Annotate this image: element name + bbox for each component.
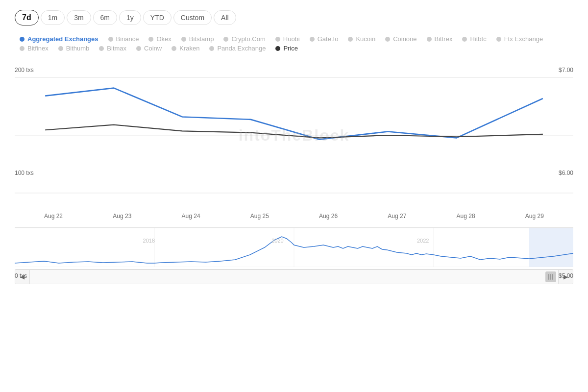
legend-label-okex: Okex [156, 35, 171, 43]
legend-coinone[interactable]: Coinone [385, 35, 416, 43]
x-label-6: Aug 28 [457, 213, 475, 220]
legend-aggregated[interactable]: Aggregated Exchanges [20, 35, 98, 43]
legend-price[interactable]: Price [275, 45, 298, 52]
btn-6m[interactable]: 6m [93, 10, 117, 25]
main-chart-wrapper: 200 txs 100 txs 0 txs $7.00 $6.00 $5.00 … [15, 62, 573, 284]
legend-dot-ftx [496, 37, 501, 42]
legend-dot-bittrex [427, 37, 432, 42]
x-label-2: Aug 24 [182, 213, 200, 220]
legend-coinw[interactable]: Coinw [136, 45, 162, 52]
legend-label-panda: Panda Exchange [217, 45, 266, 52]
thumb-line-2 [550, 274, 551, 280]
legend-binance[interactable]: Binance [108, 35, 139, 43]
legend-label-gateio: Gate.Io [318, 35, 339, 43]
scroll-right-btn[interactable]: ▶ [558, 270, 573, 284]
legend-dot-kraken [172, 46, 176, 51]
legend-dot-coinone [385, 37, 390, 42]
legend-okex[interactable]: Okex [148, 35, 171, 43]
legend-dot-bitmax [99, 46, 104, 51]
legend-bittrex[interactable]: Bittrex [427, 35, 453, 43]
btn-1m[interactable]: 1m [41, 10, 65, 25]
btn-3m[interactable]: 3m [67, 10, 91, 25]
legend-dot-bitstamp [181, 37, 186, 42]
chart-svg [15, 62, 573, 209]
legend-dot-cryptocom [223, 37, 228, 42]
legend-bitfinex[interactable]: Bitfinex [20, 45, 49, 52]
legend-panda[interactable]: Panda Exchange [209, 45, 266, 52]
thumb-line-3 [552, 274, 553, 280]
legend-label-price: Price [283, 45, 298, 52]
btn-all[interactable]: All [214, 10, 236, 25]
scrollbar[interactable]: ◀ ▶ [15, 270, 573, 284]
btn-1y[interactable]: 1y [119, 10, 141, 25]
legend-dot-gateio [310, 37, 315, 42]
legend-ftx[interactable]: Ftx Exchange [496, 35, 543, 43]
legend-label-binance: Binance [116, 35, 139, 43]
x-axis: Aug 22 Aug 23 Aug 24 Aug 25 Aug 26 Aug 2… [15, 210, 573, 222]
btn-custom[interactable]: Custom [173, 10, 212, 25]
legend-kraken[interactable]: Kraken [172, 45, 199, 52]
legend-kucoin[interactable]: Kucoin [348, 35, 375, 43]
btn-ytd[interactable]: YTD [143, 10, 172, 25]
legend-label-bitstamp: Bitstamp [189, 35, 214, 43]
x-label-5: Aug 27 [388, 213, 406, 220]
legend-label-bithumb: Bithumb [66, 45, 90, 52]
legend-dot-panda [209, 46, 214, 51]
legend-dot-kucoin [348, 37, 353, 42]
scroll-left-btn[interactable]: ◀ [15, 270, 30, 284]
legend-gateio[interactable]: Gate.Io [310, 35, 339, 43]
scrollbar-track[interactable] [30, 270, 558, 284]
legend-dot-price [275, 46, 280, 51]
legend-dot-aggregated [20, 37, 24, 42]
x-label-7: Aug 29 [525, 213, 544, 220]
legend-label-bitmax: Bitmax [107, 45, 126, 52]
main-container: 7d 1m 3m 6m 1y YTD Custom All Aggregated… [0, 0, 588, 392]
legend-label-coinw: Coinw [144, 45, 162, 52]
x-label-3: Aug 25 [250, 213, 269, 220]
legend-dot-hitbtc [462, 37, 467, 42]
legend-label-kucoin: Kucoin [356, 35, 375, 43]
legend-dot-coinw [136, 46, 141, 51]
legend-dot-bithumb [58, 46, 63, 51]
thumb-grip [548, 274, 553, 280]
legend-bitmax[interactable]: Bitmax [99, 45, 126, 52]
mini-chart-svg [15, 228, 573, 267]
legend-label-coinone: Coinone [393, 35, 416, 43]
legend-label-cryptocom: Crypto.Com [231, 35, 265, 43]
btn-7d[interactable]: 7d [15, 10, 39, 25]
legend-label-hitbtc: Hitbtc [470, 35, 486, 43]
legend-label-kraken: Kraken [179, 45, 199, 52]
legend-label-huobi: Huobi [283, 35, 300, 43]
x-label-0: Aug 22 [44, 213, 63, 220]
legend-hitbtc[interactable]: Hitbtc [462, 35, 486, 43]
legend-bithumb[interactable]: Bithumb [58, 45, 90, 52]
mini-chart-wrapper: 2018 2020 2022 [15, 227, 573, 270]
legend-label-aggregated: Aggregated Exchanges [27, 35, 98, 43]
time-range-selector: 7d 1m 3m 6m 1y YTD Custom All [15, 10, 573, 25]
legend-huobi[interactable]: Huobi [275, 35, 300, 43]
legend-dot-huobi [275, 37, 280, 42]
legend-bitstamp[interactable]: Bitstamp [181, 35, 214, 43]
legend-label-bitfinex: Bitfinex [27, 45, 49, 52]
legend-cryptocom[interactable]: Crypto.Com [223, 35, 265, 43]
scrollbar-thumb[interactable] [545, 271, 556, 282]
legend-dot-bitfinex [20, 46, 24, 51]
legend-label-bittrex: Bittrex [435, 35, 453, 43]
thumb-line-1 [548, 274, 549, 280]
legend-label-ftx: Ftx Exchange [504, 35, 543, 43]
legend-dot-okex [148, 37, 153, 42]
main-chart: intoTheBlock [15, 62, 573, 209]
svg-rect-3 [529, 228, 573, 267]
legend-dot-binance [108, 37, 113, 42]
x-label-4: Aug 26 [319, 213, 338, 220]
x-label-1: Aug 23 [113, 213, 131, 220]
chart-legend: Aggregated Exchanges Binance Okex Bitsta… [15, 35, 573, 52]
